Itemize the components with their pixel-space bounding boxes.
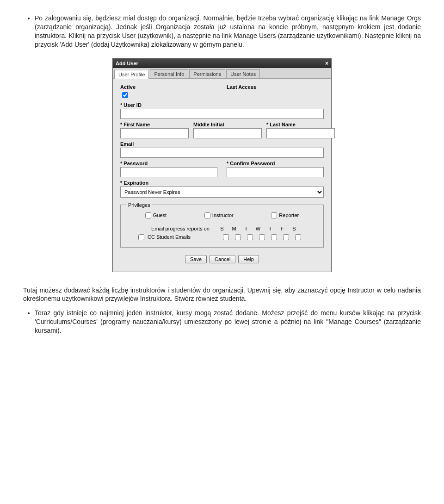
instructor-label: Instructor [212, 212, 234, 218]
tab-permissions[interactable]: Permissions [189, 69, 225, 78]
day-cb-thu[interactable] [271, 234, 277, 240]
form-body: Active Last Access * User ID * First Nam… [113, 79, 331, 272]
day-m: M [228, 226, 240, 231]
intro-text-2: Teraz gdy istnieje co najmniej jeden ins… [35, 309, 421, 334]
first-name-label: * First Name [120, 122, 189, 127]
help-button[interactable]: Help [238, 255, 259, 263]
first-name-input[interactable] [120, 128, 189, 138]
tab-user-profile[interactable]: User Profile [114, 70, 149, 79]
password-input[interactable] [120, 167, 217, 177]
email-reports-label: Email progress reports on [126, 226, 216, 231]
day-cb-sun[interactable] [223, 234, 229, 240]
dialog-title: Add User [116, 61, 138, 66]
user-id-input[interactable] [120, 109, 324, 119]
day-cb-sat[interactable] [295, 234, 301, 240]
middle-initial-label: Middle Initial [193, 122, 262, 127]
day-t2: T [264, 226, 276, 231]
intro-bullet-1: Po zalogowaniu się, będziesz miał dostęp… [35, 14, 421, 49]
dialog-button-row: Save Cancel Help [120, 250, 324, 268]
paragraph-instructors: Tutaj możesz dodawać każdą liczbę instru… [23, 286, 421, 304]
password-label: * Password [120, 161, 217, 166]
last-name-input[interactable] [266, 128, 335, 138]
privileges-fieldset: Privileges Guest Instructor Reporter [120, 202, 324, 248]
intro-bullet-2: Teraz gdy istnieje co najmniej jeden ins… [35, 309, 421, 335]
day-t1: T [240, 226, 252, 231]
day-w: W [252, 226, 264, 231]
instructor-checkbox[interactable] [204, 212, 210, 218]
cancel-button[interactable]: Cancel [210, 255, 235, 263]
last-access-label: Last Access [227, 84, 324, 90]
tab-user-notes[interactable]: User Notes [226, 69, 260, 78]
dialog-container: Add User × User Profile Personal Info Pe… [23, 58, 421, 272]
expiration-label: * Expiration [120, 180, 324, 186]
day-cb-fri[interactable] [283, 234, 289, 240]
day-s2: S [288, 226, 300, 231]
save-button[interactable]: Save [185, 255, 207, 263]
last-name-label: * Last Name [266, 122, 335, 127]
confirm-password-input[interactable] [227, 167, 324, 177]
active-checkbox[interactable] [122, 92, 128, 98]
intro-text-1: Po zalogowaniu się, będziesz miał dostęp… [35, 14, 421, 48]
dialog-tabs: User Profile Personal Info Permissions U… [113, 68, 331, 79]
instructor-option[interactable]: Instructor [204, 212, 234, 218]
day-cb-wed[interactable] [259, 234, 265, 240]
user-id-label: * User ID [120, 102, 324, 108]
guest-option[interactable]: Guest [145, 212, 166, 218]
tab-personal-info[interactable]: Personal Info [150, 69, 188, 78]
guest-label: Guest [153, 212, 166, 218]
add-user-dialog: Add User × User Profile Personal Info Pe… [112, 58, 332, 272]
day-cb-mon[interactable] [235, 234, 241, 240]
day-cb-tue[interactable] [247, 234, 253, 240]
expiration-select[interactable]: Password Never Expires [120, 187, 324, 198]
day-s1: S [216, 226, 228, 231]
reporter-option[interactable]: Reporter [271, 212, 299, 218]
middle-initial-input[interactable] [193, 128, 262, 138]
reporter-label: Reporter [279, 212, 299, 218]
close-icon[interactable]: × [325, 60, 328, 67]
active-label: Active [120, 84, 217, 90]
day-f: F [276, 226, 288, 231]
reporter-checkbox[interactable] [271, 212, 277, 218]
privileges-legend: Privileges [126, 202, 152, 208]
dialog-titlebar: Add User × [113, 59, 331, 68]
email-label: Email [120, 141, 324, 147]
cc-student-checkbox[interactable] [138, 234, 144, 240]
cc-student-label: CC Student Emails [148, 234, 191, 240]
confirm-password-label: * Confirm Password [227, 161, 324, 166]
email-input[interactable] [120, 148, 324, 158]
guest-checkbox[interactable] [145, 212, 151, 218]
